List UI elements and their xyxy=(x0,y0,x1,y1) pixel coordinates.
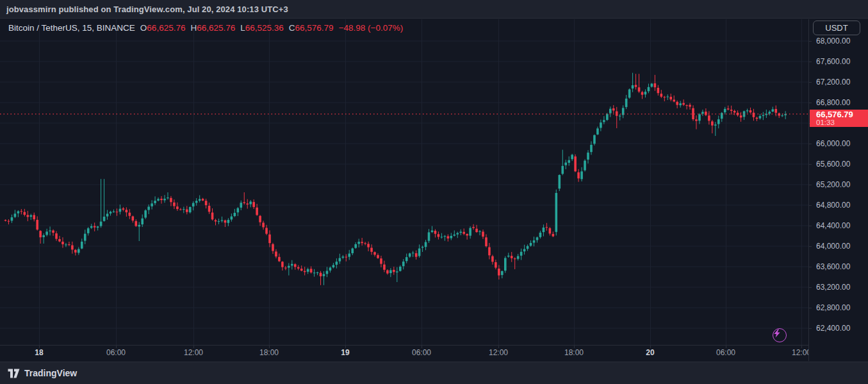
price-axis-tick xyxy=(809,205,812,206)
ohlc-letter: O xyxy=(140,23,147,33)
price-axis-tick xyxy=(809,287,812,288)
ohlc-number: 66,625.76 xyxy=(197,23,235,33)
price-axis-tick xyxy=(809,164,812,165)
price-label: 66,800.00 xyxy=(816,97,850,108)
attribution-text: jobvassmirn published on TradingView.com… xyxy=(6,4,288,14)
price-axis-tick xyxy=(809,144,812,144)
tradingview-logo-icon[interactable] xyxy=(8,369,20,378)
time-label: 12:00 xyxy=(184,348,203,357)
ohlc-number: 66,625.76 xyxy=(147,23,185,33)
bar-countdown: 01:33 xyxy=(816,119,868,126)
price-label: 64,800.00 xyxy=(816,200,850,210)
price-axis-tick xyxy=(809,41,812,42)
time-label: 18:00 xyxy=(259,348,279,357)
chart-pane[interactable]: Bitcoin / TetherUS, 15, BINANCE O66,625.… xyxy=(0,19,808,345)
price-axis-tick xyxy=(809,103,812,103)
time-label: 12:00 xyxy=(792,348,808,357)
ohlc-letter: H xyxy=(190,23,197,33)
price-label: 64,000.00 xyxy=(816,241,850,251)
footer-bar: TradingView xyxy=(0,362,868,384)
lightning-icon xyxy=(773,329,781,338)
price-axis-tick xyxy=(809,185,812,185)
price-label: 63,600.00 xyxy=(816,262,850,272)
price-label: 65,600.00 xyxy=(816,159,850,169)
price-label: 62,400.00 xyxy=(816,323,850,333)
price-label: 67,600.00 xyxy=(816,56,850,67)
price-label: 63,200.00 xyxy=(816,282,850,292)
time-label: 18:00 xyxy=(564,348,584,357)
last-price-value: 66,576.79 xyxy=(816,110,868,119)
ohlc-letter: L xyxy=(240,23,245,33)
time-label-day: 19 xyxy=(341,348,349,357)
price-axis-tick xyxy=(809,62,812,62)
time-label: 06:00 xyxy=(106,348,126,357)
price-axis-tick xyxy=(809,308,812,308)
tradingview-brand-text[interactable]: TradingView xyxy=(24,368,77,378)
time-label-day: 20 xyxy=(646,348,654,357)
price-axis-tick xyxy=(809,246,812,247)
publish-lightning-button[interactable] xyxy=(773,328,787,342)
ohlc-number: 66,525.36 xyxy=(245,23,284,33)
price-label: 66,000.00 xyxy=(816,138,850,149)
price-label: 64,400.00 xyxy=(816,221,850,231)
time-label: 12:00 xyxy=(489,348,508,357)
ohlc-letter: C xyxy=(289,23,295,33)
time-axis[interactable]: 1806:0012:0018:001906:0012:0018:002006:0… xyxy=(0,345,808,361)
last-price-label: 66,576.79 01:33 xyxy=(810,110,868,127)
price-label: 65,200.00 xyxy=(816,179,850,190)
ohlc-pair: C66,576.79 xyxy=(289,23,334,33)
price-axis-tick xyxy=(809,267,812,267)
candlestick-chart[interactable] xyxy=(0,19,808,345)
ohlc-pair: O66,625.76 xyxy=(140,23,186,33)
time-label: 06:00 xyxy=(412,348,431,357)
price-label: 62,800.00 xyxy=(816,303,850,313)
price-axis-tick xyxy=(809,226,812,226)
price-axis-tick xyxy=(809,328,812,329)
time-label: 06:00 xyxy=(716,348,735,357)
ohlc-pair: H66,625.76 xyxy=(190,23,235,33)
price-axis-tick xyxy=(809,82,812,83)
symbol-legend: Bitcoin / TetherUS, 15, BINANCE O66,625.… xyxy=(8,23,403,33)
price-axis[interactable]: USDT 66,576.79 01:33 68,000.0067,600.006… xyxy=(808,19,868,361)
ohlc-values: O66,625.76H66,625.76L66,525.36C66,576.79 xyxy=(140,23,334,33)
symbol-title: Bitcoin / TetherUS, 15, BINANCE xyxy=(8,23,135,33)
ohlc-number: 66,576.79 xyxy=(295,23,334,33)
time-label-day: 18 xyxy=(35,348,43,357)
ohlc-pair: L66,525.36 xyxy=(240,23,284,33)
currency-toggle-button[interactable]: USDT xyxy=(813,21,860,35)
attribution-bar: jobvassmirn published on TradingView.com… xyxy=(0,0,868,19)
price-label: 67,200.00 xyxy=(816,77,850,87)
price-label: 68,000.00 xyxy=(816,36,850,46)
change-value: −48.98 (−0.07%) xyxy=(339,23,404,33)
